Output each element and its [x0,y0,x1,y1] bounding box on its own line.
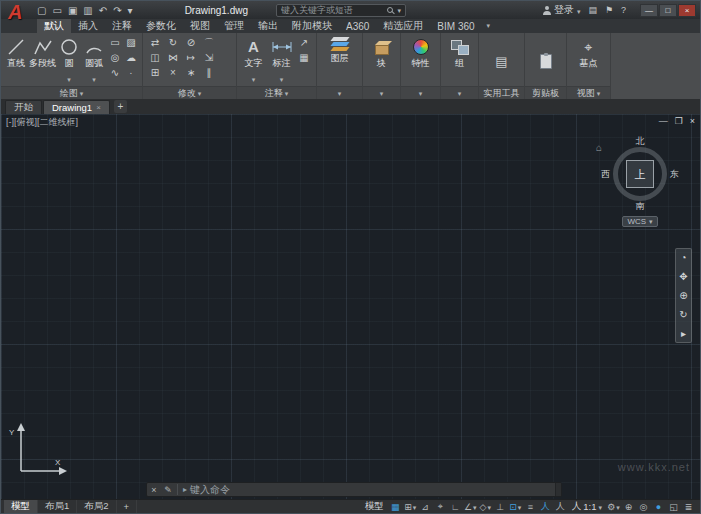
viewport-controls[interactable]: [-][俯视][二维线框] [6,116,78,129]
file-tab-start[interactable]: 开始 [5,100,42,114]
command-line[interactable]: × ✎ ▸ 键入命令 [146,482,562,497]
insert-block-button[interactable]: 块 [368,35,395,68]
clean-screen-button[interactable]: ◱ [667,500,680,513]
annotation-monitor-toggle[interactable]: ⊕ [622,500,635,513]
graphics-performance-toggle[interactable]: ● [652,500,665,513]
tab-insert[interactable]: 插入 [71,19,105,33]
fillet-icon[interactable]: ⌒ [200,35,218,50]
tab-a360[interactable]: A360 [339,19,376,33]
circle-button[interactable]: 圆 [57,35,81,86]
help-icon[interactable]: ? [621,5,626,15]
point-icon[interactable]: ∙ [123,65,139,80]
mirror-icon[interactable]: ⋈ [164,50,182,65]
leader-icon[interactable]: ↗ [296,35,312,50]
spline-icon[interactable]: ∿ [107,65,123,80]
stretch-icon[interactable]: ↦ [182,50,200,65]
tab-addins[interactable]: 附加模块 [285,19,339,33]
tab-view[interactable]: 视图 [183,19,217,33]
arc-button[interactable]: 圆弧 [82,35,106,86]
ortho-mode-toggle[interactable]: ∟ [449,500,462,513]
model-space-toggle[interactable]: 模型 [362,500,387,513]
paste-button[interactable] [532,49,559,72]
rotate-icon[interactable]: ↻ [164,35,182,50]
scale-icon[interactable]: ⇲ [200,50,218,65]
orbit-icon[interactable]: ↻ [679,309,687,320]
viewcube-home-icon[interactable]: ⌂ [596,142,602,153]
annotation-scale-button[interactable]: 人 1:1 [569,500,605,513]
application-menu-button[interactable]: A [8,1,22,23]
tab-close-icon[interactable]: × [96,103,101,112]
signin-button[interactable]: 登录 [543,3,581,17]
table-icon[interactable]: ▦ [296,50,312,65]
array-icon[interactable]: ⊞ [146,65,164,80]
layout1-tab[interactable]: 布局1 [38,500,77,514]
customize-button[interactable]: ≣ [682,500,695,513]
tab-featured-apps[interactable]: 精选应用 [376,19,430,33]
search-input[interactable]: 键入关键字或短语 [276,4,406,17]
command-scroll-grip[interactable] [555,483,561,496]
lineweight-toggle[interactable]: ≡ [524,500,537,513]
explode-icon[interactable]: ∗ [182,65,200,80]
dimension-button[interactable]: 标注 [268,35,295,86]
polar-tracking-toggle[interactable]: ∠ [464,500,477,513]
panel-footer-annotation[interactable]: 注释 [237,86,316,99]
tab-overflow-icon[interactable] [482,19,496,33]
qat-menu-icon[interactable]: ▾ [128,5,133,16]
doc-minimize-button[interactable]: — [659,116,668,126]
panel-footer-modify[interactable]: 修改 [143,86,236,99]
save-icon[interactable]: ▣ [68,5,77,16]
pan-icon[interactable]: ✥ [679,271,687,282]
navigation-wheel-icon[interactable]: ◔ [680,252,686,263]
redo-icon[interactable]: ↷ [113,5,121,16]
add-layout-button[interactable]: + [117,500,138,514]
doc-restore-button[interactable]: ❐ [675,116,683,126]
grid-display-toggle[interactable]: ▦ [389,500,402,513]
search-icon[interactable] [387,7,393,13]
command-customize-icon[interactable]: ✎ [161,483,175,496]
layer-properties-button[interactable]: 图层 [320,35,359,63]
ellipse-icon[interactable]: ◎ [107,50,123,65]
layout2-tab[interactable]: 布局2 [77,500,116,514]
open-icon[interactable]: ▭ [52,5,61,16]
new-icon[interactable]: ▢ [37,5,46,16]
file-tab-drawing1[interactable]: Drawing1 × [43,100,110,114]
measure-button[interactable]: ▤ [488,49,515,72]
base-point-button[interactable]: ⌖ 基点 [575,35,602,68]
plot-icon[interactable]: ▥ [83,5,92,16]
dynamic-input-toggle[interactable]: ⌖ [434,500,447,513]
doc-close-button[interactable]: × [690,116,695,126]
panel-footer-utilities[interactable]: 实用工具 [479,86,524,99]
app-store-icon[interactable]: ▤ [588,5,597,15]
object-snap-toggle[interactable]: ⊡ [509,500,522,513]
tab-parametric[interactable]: 参数化 [139,19,183,33]
maximize-button[interactable]: □ [659,4,677,17]
undo-icon[interactable]: ↶ [99,5,107,16]
trim-icon[interactable]: ⊘ [182,35,200,50]
command-close-icon[interactable]: × [147,483,161,496]
panel-footer-draw[interactable]: 绘图 [1,86,142,99]
annotation-visibility-toggle[interactable]: 人 [539,500,552,513]
wcs-dropdown[interactable]: WCS [622,216,657,227]
copy-icon[interactable]: ◫ [146,50,164,65]
search-caret-icon[interactable] [397,5,401,15]
show-motion-icon[interactable]: ▸ [681,328,686,339]
panel-footer-block[interactable] [363,86,400,99]
workspace-switching-button[interactable]: ⚙ [607,500,620,513]
drawing-canvas[interactable]: [-][俯视][二维线框] — ❐ × ⌂ 北 西 上 东 南 WCS [1,114,700,499]
viewcube-east[interactable]: 东 [670,168,679,181]
annotation-autoscale-toggle[interactable]: 人 [554,500,567,513]
tab-annotate[interactable]: 注释 [105,19,139,33]
command-prompt-text[interactable]: 键入命令 [190,483,230,497]
line-button[interactable]: 直线 [4,35,28,68]
zoom-icon[interactable]: ⊕ [679,290,687,301]
infer-constraints-toggle[interactable]: ⊿ [419,500,432,513]
polyline-button[interactable]: 多段线 [29,35,56,68]
snap-mode-toggle[interactable]: ⊞ [404,500,417,513]
viewcube-top-face[interactable]: 上 [626,160,654,188]
tab-output[interactable]: 输出 [251,19,285,33]
move-icon[interactable]: ⇄ [146,35,164,50]
viewcube-ring[interactable]: 上 [613,147,667,201]
rectangle-icon[interactable]: ▭ [107,35,123,50]
viewcube-north[interactable]: 北 [636,136,645,147]
viewcube-west[interactable]: 西 [601,168,610,181]
